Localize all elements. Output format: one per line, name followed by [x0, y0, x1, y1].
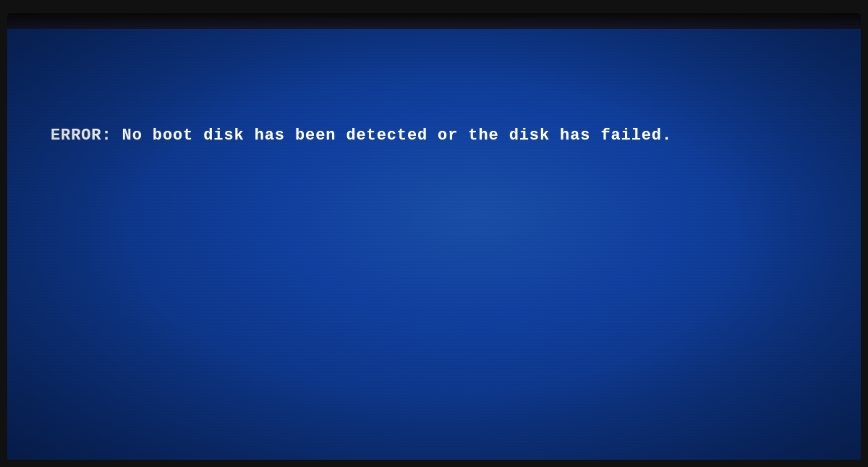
- vignette: [7, 13, 861, 460]
- screen-outer: ERROR: No boot disk has been detected or…: [0, 0, 868, 467]
- bsod-screen: ERROR: No boot disk has been detected or…: [7, 13, 861, 460]
- top-bar: [7, 13, 861, 29]
- screen-bezel: ERROR: No boot disk has been detected or…: [7, 13, 861, 460]
- error-message: ERROR: No boot disk has been detected or…: [51, 125, 672, 147]
